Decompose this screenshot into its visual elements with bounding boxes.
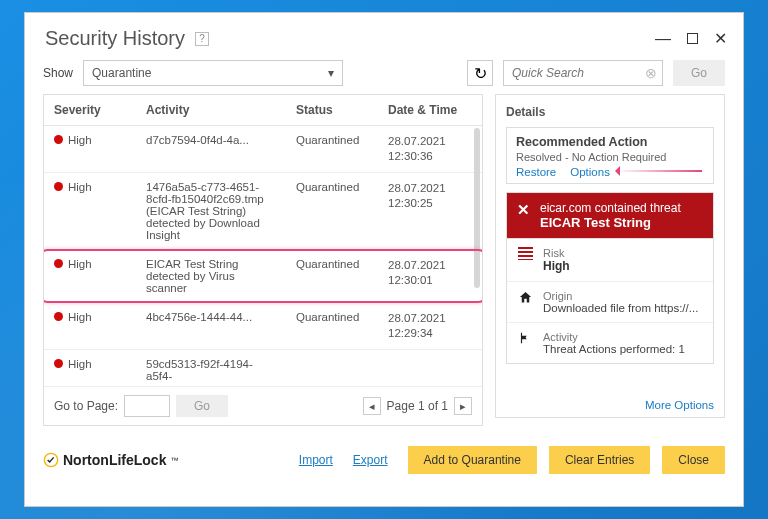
add-to-quarantine-button[interactable]: Add to Quarantine [408,446,537,474]
threat-banner: ✕ eicar.com contained threat EICAR Test … [506,192,714,238]
goto-page-input[interactable] [124,395,170,417]
detail-risk: Risk High [507,239,713,281]
detail-origin: Origin Downloaded file from https://... [507,281,713,322]
restore-link[interactable]: Restore [516,166,556,178]
table-row[interactable]: High4bc4756e-1444-44...Quarantined28.07.… [44,303,482,350]
severity-dot-icon [54,259,63,268]
footer-bar: NortonLifeLock™ Import Export Add to Qua… [25,436,743,480]
options-link[interactable]: Options [570,166,610,178]
history-table: Severity Activity Status Date & Time Hig… [43,94,483,426]
table-row[interactable]: HighEICAR Test String detected by Virus … [44,250,482,303]
import-link[interactable]: Import [299,453,333,467]
more-options-link[interactable]: More Options [645,399,714,411]
quick-search-box[interactable]: ⊗ [503,60,663,86]
details-panel: Details Recommended Action Resolved - No… [495,94,725,418]
row-datetime: 28.07.202112:30:25 [378,173,482,249]
detail-activity: Activity Threat Actions performed: 1 [507,322,713,363]
goto-page-button[interactable]: Go [176,395,228,417]
row-status: Quarantined [286,250,378,302]
origin-label: Origin [543,290,698,302]
rec-subtitle: Resolved - No Action Required [516,151,704,163]
history-category-dropdown[interactable]: Quarantine ▾ [83,60,343,86]
clear-search-icon[interactable]: ⊗ [645,65,657,81]
clear-entries-button[interactable]: Clear Entries [549,446,650,474]
row-datetime [378,350,482,386]
security-history-window: Security History ? — ✕ Show Quarantine ▾… [24,12,744,507]
risk-value: High [543,259,570,273]
brand-logo: NortonLifeLock™ [43,452,178,468]
table-body: Highd7cb7594-0f4d-4a...Quarantined28.07.… [44,126,482,386]
close-footer-button[interactable]: Close [662,446,725,474]
table-header: Severity Activity Status Date & Time [44,95,482,126]
risk-label: Risk [543,247,570,259]
row-status: Quarantined [286,303,378,349]
minimize-button[interactable]: — [655,31,671,47]
brand-text: NortonLifeLock [63,452,166,468]
row-activity: d7cb7594-0f4d-4a... [136,126,286,172]
flag-icon [517,331,533,345]
origin-value: Downloaded file from https://... [543,302,698,314]
rec-title: Recommended Action [516,135,704,149]
row-datetime: 28.07.202112:30:01 [378,250,482,302]
threat-x-icon: ✕ [517,201,530,219]
chevron-down-icon: ▾ [328,66,334,80]
row-activity: 1476a5a5-c773-4651-8cfd-fb15040f2c69.tmp… [136,173,286,249]
norton-check-icon [43,452,59,468]
refresh-icon: ↻ [474,64,487,83]
table-row[interactable]: Highd7cb7594-0f4d-4a...Quarantined28.07.… [44,126,482,173]
close-button[interactable]: ✕ [714,31,727,47]
col-header-datetime[interactable]: Date & Time [378,95,482,125]
recommended-action-box: Recommended Action Resolved - No Action … [506,127,714,184]
table-row[interactable]: High1476a5a5-c773-4651-8cfd-fb15040f2c69… [44,173,482,250]
severity-dot-icon [54,359,63,368]
col-header-status[interactable]: Status [286,95,378,125]
refresh-button[interactable]: ↻ [467,60,493,86]
row-status: Quarantined [286,173,378,249]
window-controls: — ✕ [655,31,727,47]
threat-name: EICAR Test String [540,215,681,230]
col-header-activity[interactable]: Activity [136,95,286,125]
page-status: Page 1 of 1 [387,399,448,413]
export-link[interactable]: Export [353,453,388,467]
page-title: Security History [45,27,185,50]
pager: Go to Page: Go ◂ Page 1 of 1 ▸ [44,386,482,425]
prev-page-button[interactable]: ◂ [363,397,381,415]
dropdown-value: Quarantine [92,66,151,80]
row-status: Quarantined [286,126,378,172]
row-datetime: 28.07.202112:30:36 [378,126,482,172]
filter-row: Show Quarantine ▾ ↻ ⊗ Go [43,60,725,86]
annotation-arrow [616,170,702,172]
details-title: Details [506,105,714,119]
threat-line1: eicar.com contained threat [540,201,681,215]
search-go-button[interactable]: Go [673,60,725,86]
risk-icon [517,247,533,260]
help-button[interactable]: ? [195,32,209,46]
activity-value: Threat Actions performed: 1 [543,343,685,355]
maximize-button[interactable] [687,33,698,44]
search-input[interactable] [512,66,640,80]
row-activity: 59cd5313-f92f-4194-a5f4- [136,350,286,386]
row-datetime: 28.07.202112:29:34 [378,303,482,349]
show-label: Show [43,66,73,80]
detail-list: Risk High Origin Downloaded file from ht… [506,238,714,364]
severity-dot-icon [54,312,63,321]
home-icon [517,290,533,305]
goto-page-label: Go to Page: [54,399,118,413]
title-bar: Security History ? — ✕ [25,13,743,60]
severity-dot-icon [54,182,63,191]
row-activity: EICAR Test String detected by Virus scan… [136,250,286,302]
next-page-button[interactable]: ▸ [454,397,472,415]
row-activity: 4bc4756e-1444-44... [136,303,286,349]
table-row[interactable]: High59cd5313-f92f-4194-a5f4- [44,350,482,386]
activity-label: Activity [543,331,685,343]
severity-dot-icon [54,135,63,144]
row-status [286,350,378,386]
col-header-severity[interactable]: Severity [44,95,136,125]
